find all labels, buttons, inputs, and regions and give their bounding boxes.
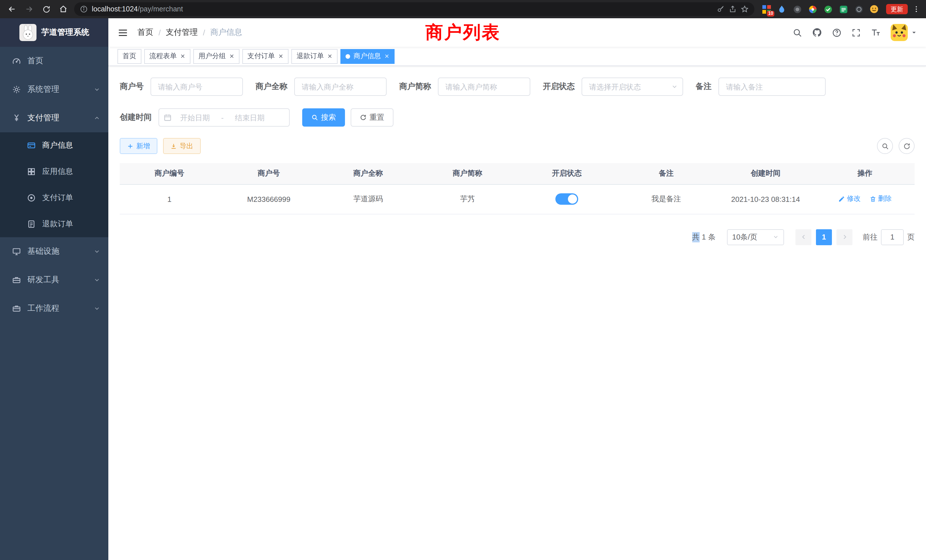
browser-back-icon[interactable] bbox=[6, 3, 18, 15]
reset-button[interactable]: 重置 bbox=[351, 108, 393, 127]
close-icon[interactable] bbox=[229, 54, 235, 59]
status-toggle[interactable] bbox=[555, 193, 578, 205]
export-button[interactable]: 导出 bbox=[163, 138, 201, 154]
browser-menu-icon[interactable] bbox=[912, 5, 920, 13]
fullscreen-icon[interactable] bbox=[851, 28, 861, 37]
extension-knot-icon[interactable] bbox=[853, 4, 864, 14]
bookmark-star-icon[interactable] bbox=[741, 5, 749, 13]
close-icon[interactable] bbox=[180, 54, 185, 59]
goto-page-input[interactable] bbox=[881, 229, 904, 245]
logo-bunny-icon bbox=[19, 24, 36, 41]
tag-refund-order[interactable]: 退款订单 bbox=[291, 49, 337, 64]
date-range-picker[interactable]: - bbox=[159, 108, 290, 127]
search-form-row-2: 创建时间 - 搜 bbox=[120, 108, 915, 127]
tag-user-group[interactable]: 用户分组 bbox=[193, 49, 239, 64]
address-bar[interactable]: localhost:1024/pay/merchant bbox=[74, 2, 754, 16]
close-icon[interactable] bbox=[278, 54, 283, 59]
edit-button[interactable]: 修改 bbox=[838, 194, 861, 204]
close-icon[interactable] bbox=[384, 54, 389, 59]
browser-home-icon[interactable] bbox=[57, 3, 70, 15]
date-start-input[interactable] bbox=[174, 113, 216, 122]
remark-label: 备注 bbox=[696, 82, 719, 92]
sidebar-item-refund-order[interactable]: 退款订单 bbox=[0, 211, 108, 237]
share-icon[interactable] bbox=[729, 5, 737, 13]
avatar bbox=[891, 24, 908, 41]
sidebar-item-payment[interactable]: 支付管理 bbox=[0, 104, 108, 132]
sidebar-item-label: 系统管理 bbox=[27, 85, 59, 95]
password-key-icon[interactable] bbox=[717, 5, 725, 13]
toggle-search-button[interactable] bbox=[877, 138, 893, 154]
chevron-down-icon bbox=[94, 86, 100, 93]
search-button-label: 搜索 bbox=[321, 112, 336, 123]
sidebar-item-pay-order[interactable]: 支付订单 bbox=[0, 185, 108, 211]
browser-update-button[interactable]: 更新 bbox=[886, 4, 908, 14]
sidebar-item-home[interactable]: 首页 bbox=[0, 47, 108, 75]
hamburger-icon[interactable] bbox=[118, 27, 128, 38]
sidebar-item-infra[interactable]: 基础设施 bbox=[0, 237, 108, 266]
cell-merchant-no: M233666999 bbox=[219, 184, 319, 214]
chevron-down-icon bbox=[94, 277, 100, 283]
tag-pay-order[interactable]: 支付订单 bbox=[242, 49, 289, 64]
github-icon[interactable] bbox=[812, 27, 822, 38]
font-size-icon[interactable] bbox=[871, 27, 881, 38]
extension-grid-icon[interactable]: 10 bbox=[761, 4, 772, 14]
reset-button-label: 重置 bbox=[369, 112, 384, 123]
date-end-input[interactable] bbox=[228, 113, 271, 122]
extension-smiley-icon[interactable] bbox=[869, 4, 879, 14]
status-select[interactable] bbox=[582, 77, 683, 96]
tag-label: 用户分组 bbox=[198, 51, 226, 61]
extension-note-icon[interactable] bbox=[838, 4, 849, 14]
tag-label: 支付订单 bbox=[247, 51, 275, 61]
cell-actions: 修改 删除 bbox=[816, 184, 915, 214]
short-name-input[interactable] bbox=[438, 77, 530, 96]
cell-merchant-id: 1 bbox=[120, 184, 219, 214]
navbar-actions bbox=[793, 24, 917, 41]
extension-dark-circle-icon[interactable] bbox=[792, 4, 802, 14]
sidebar-item-app-info[interactable]: 应用信息 bbox=[0, 159, 108, 185]
search-icon[interactable] bbox=[793, 28, 802, 37]
payment-submenu: 商户信息 应用信息 支付订单 bbox=[0, 132, 108, 237]
active-dot bbox=[345, 54, 350, 59]
extension-color-wheel-icon[interactable] bbox=[807, 4, 818, 14]
tag-merchant-info[interactable]: 商户信息 bbox=[340, 49, 395, 64]
sidebar-item-workflow[interactable]: 工作流程 bbox=[0, 294, 108, 323]
site-info-icon[interactable] bbox=[80, 5, 88, 13]
sidebar-item-system[interactable]: 系统管理 bbox=[0, 75, 108, 104]
prev-page-button[interactable] bbox=[796, 229, 811, 245]
merchant-no-input[interactable] bbox=[151, 77, 243, 96]
breadcrumb: 首页 / 支付管理 / 商户信息 bbox=[138, 27, 242, 38]
tag-home[interactable]: 首页 bbox=[118, 49, 141, 64]
page-size-select[interactable]: 10条/页 bbox=[727, 229, 784, 245]
user-menu[interactable] bbox=[891, 24, 917, 41]
full-name-input[interactable] bbox=[294, 77, 387, 96]
sidebar-item-devtools[interactable]: 研发工具 bbox=[0, 266, 108, 294]
browser-forward-icon[interactable] bbox=[23, 3, 35, 15]
table-toolbar: 新增 导出 bbox=[120, 138, 915, 154]
browser-reload-icon[interactable] bbox=[40, 3, 53, 15]
extension-check-circle-icon[interactable] bbox=[823, 4, 833, 14]
tag-process-form[interactable]: 流程表单 bbox=[144, 49, 191, 64]
help-icon[interactable] bbox=[832, 28, 841, 37]
page-number-button[interactable]: 1 bbox=[816, 229, 832, 245]
sidebar-item-label: 研发工具 bbox=[27, 275, 59, 285]
add-button[interactable]: 新增 bbox=[120, 138, 157, 154]
sidebar-item-merchant-info[interactable]: 商户信息 bbox=[0, 132, 108, 159]
status-select-input[interactable] bbox=[582, 77, 683, 96]
remark-input[interactable] bbox=[719, 77, 826, 96]
sidebar-item-label: 基础设施 bbox=[27, 246, 59, 257]
pager: 1 bbox=[796, 229, 852, 245]
navbar: 首页 / 支付管理 / 商户信息 bbox=[108, 18, 926, 47]
next-page-button[interactable] bbox=[837, 229, 852, 245]
extension-drop-icon[interactable] bbox=[776, 4, 787, 14]
close-icon[interactable] bbox=[327, 54, 333, 59]
breadcrumb-home[interactable]: 首页 bbox=[138, 27, 153, 38]
field-create-time: 创建时间 - bbox=[120, 108, 290, 127]
search-button[interactable]: 搜索 bbox=[302, 108, 345, 127]
refresh-table-button[interactable] bbox=[899, 138, 915, 154]
browser-chrome: localhost:1024/pay/merchant 10 bbox=[0, 0, 926, 18]
delete-button[interactable]: 删除 bbox=[869, 194, 891, 204]
toolbar-right bbox=[877, 138, 915, 154]
app-logo[interactable]: 芋道管理系统 bbox=[0, 18, 108, 47]
bank-card-icon bbox=[26, 141, 36, 150]
breadcrumb-payment[interactable]: 支付管理 bbox=[166, 27, 198, 38]
